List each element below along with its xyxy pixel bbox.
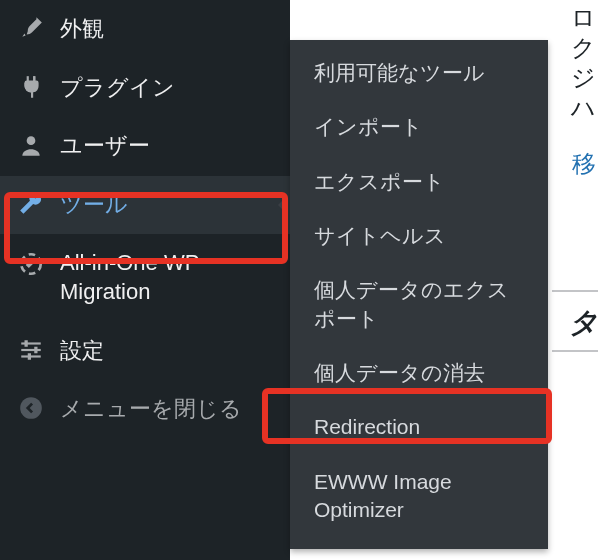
sidebar-item-tools[interactable]: ツール: [0, 176, 290, 235]
plug-icon: [16, 74, 46, 100]
submenu-item-export[interactable]: エクスポート: [290, 155, 548, 209]
submenu-item-redirection[interactable]: Redirection: [290, 400, 548, 454]
chevron-right-icon: [278, 199, 284, 211]
sidebar-item-settings[interactable]: 設定: [0, 322, 290, 381]
sidebar-item-aio-wp-migration[interactable]: All-in-One WP Migration: [0, 234, 290, 321]
content-text: ジ: [571, 62, 596, 94]
svg-rect-9: [28, 353, 31, 360]
sidebar-item-label: All-in-One WP Migration: [60, 249, 278, 306]
sidebar-item-label: ユーザー: [60, 132, 150, 161]
sidebar-item-appearance[interactable]: 外観: [0, 0, 290, 59]
sidebar-item-users[interactable]: ユーザー: [0, 117, 290, 176]
user-icon: [16, 132, 46, 158]
svg-rect-5: [21, 348, 41, 350]
svg-point-2: [27, 137, 36, 146]
sidebar-item-plugins[interactable]: プラグイン: [0, 59, 290, 118]
sidebar-item-label: プラグイン: [60, 74, 175, 103]
submenu-item-site-health[interactable]: サイトヘルス: [290, 209, 548, 263]
svg-rect-0: [27, 76, 29, 81]
submenu-item-export-personal-data[interactable]: 個人データのエクスポート: [290, 263, 548, 346]
sidebar-item-label: 設定: [60, 337, 104, 366]
wrench-icon: [16, 191, 46, 217]
svg-rect-7: [25, 340, 28, 347]
submenu-item-available-tools[interactable]: 利用可能なツール: [290, 46, 548, 100]
submenu-item-ewww-image-optimizer[interactable]: EWWW Image Optimizer: [290, 455, 548, 538]
sidebar-item-label: メニューを閉じる: [60, 395, 242, 424]
collapse-icon: [16, 395, 46, 421]
content-text: ハ: [571, 92, 596, 124]
app-root: ロ ク ジ ハ 移 タ 外観 プラグイン ユーザー: [0, 0, 598, 560]
content-text: ク: [571, 32, 596, 64]
content-link-fragment[interactable]: 移: [572, 148, 596, 180]
svg-point-10: [20, 397, 42, 419]
admin-sidebar: 外観 プラグイン ユーザー ツール All-in-One WP M: [0, 0, 290, 560]
svg-rect-4: [21, 342, 41, 344]
content-text: ロ: [571, 2, 596, 34]
content-area-fragment: ロ ク ジ ハ 移 タ: [552, 0, 598, 560]
divider: [552, 290, 598, 292]
migration-icon: [16, 251, 46, 277]
submenu-item-erase-personal-data[interactable]: 個人データの消去: [290, 346, 548, 400]
svg-rect-1: [33, 76, 35, 81]
paintbrush-icon: [16, 15, 46, 41]
sidebar-item-collapse-menu[interactable]: メニューを閉じる: [0, 380, 290, 439]
sidebar-item-label: 外観: [60, 15, 104, 44]
tools-submenu: 利用可能なツール インポート エクスポート サイトヘルス 個人データのエクスポー…: [290, 40, 548, 549]
sidebar-item-label: ツール: [60, 191, 128, 220]
content-heading-fragment: タ: [569, 304, 598, 342]
submenu-item-import[interactable]: インポート: [290, 100, 548, 154]
sliders-icon: [16, 337, 46, 363]
divider: [552, 350, 598, 352]
svg-rect-8: [34, 346, 37, 353]
